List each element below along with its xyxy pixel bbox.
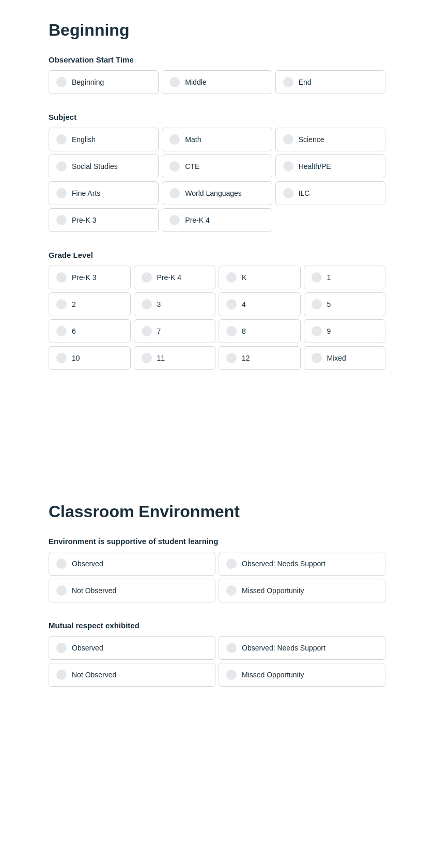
grade-k[interactable]: K [219, 266, 301, 289]
obs-start-beginning[interactable]: Beginning [49, 70, 159, 94]
radio-circle [226, 326, 237, 336]
radio-circle [312, 272, 322, 283]
radio-circle [226, 272, 237, 283]
radio-circle [226, 643, 237, 653]
mutual-not-observed[interactable]: Not Observed [49, 663, 215, 687]
radio-circle [56, 272, 67, 283]
grade-5[interactable]: 5 [304, 292, 386, 316]
option-label: 1 [327, 273, 331, 282]
obs-start-middle[interactable]: Middle [162, 70, 272, 94]
env-observed-needs-support[interactable]: Observed: Needs Support [219, 552, 385, 576]
beginning-section: Beginning Observation Start Time Beginni… [49, 21, 385, 370]
grade-mixed[interactable]: Mixed [304, 346, 386, 370]
env-missed-opportunity[interactable]: Missed Opportunity [219, 579, 385, 602]
option-label: Not Observed [72, 671, 116, 679]
mutual-respect-group: Mutual respect exhibited Observed Observ… [49, 621, 385, 687]
obs-start-end[interactable]: End [275, 70, 385, 94]
beginning-title: Beginning [49, 21, 385, 40]
option-label: Math [185, 135, 201, 144]
option-label: Missed Opportunity [242, 586, 304, 595]
grade-9[interactable]: 9 [304, 319, 386, 343]
grade-10[interactable]: 10 [49, 346, 131, 370]
option-label: 9 [327, 327, 331, 335]
option-label: 11 [157, 354, 165, 362]
option-label: Beginning [72, 78, 104, 86]
option-label: Not Observed [72, 586, 116, 595]
subject-math[interactable]: Math [162, 128, 272, 151]
grade-2[interactable]: 2 [49, 292, 131, 316]
environment-supportive-options: Observed Observed: Needs Support Not Obs… [49, 552, 385, 602]
radio-circle [56, 188, 67, 198]
option-label: End [299, 78, 312, 86]
radio-circle [142, 326, 152, 336]
option-label: World Languages [185, 189, 241, 197]
grade-prek4[interactable]: Pre-K 4 [134, 266, 216, 289]
option-label: K [242, 273, 246, 282]
option-label: Fine Arts [72, 189, 100, 197]
radio-circle [56, 559, 67, 569]
subject-fine-arts[interactable]: Fine Arts [49, 181, 159, 205]
grade-1[interactable]: 1 [304, 266, 386, 289]
radio-circle [56, 670, 67, 680]
mutual-missed-opportunity[interactable]: Missed Opportunity [219, 663, 385, 687]
radio-circle [312, 326, 322, 336]
grade-3[interactable]: 3 [134, 292, 216, 316]
radio-circle [226, 585, 237, 596]
option-label: Observed: Needs Support [242, 560, 326, 568]
option-label: Health/PE [299, 162, 331, 171]
subject-prek3[interactable]: Pre-K 3 [49, 208, 159, 232]
radio-circle [56, 77, 67, 87]
radio-circle [56, 585, 67, 596]
env-observed[interactable]: Observed [49, 552, 215, 576]
radio-circle [142, 299, 152, 309]
page-container: Beginning Observation Start Time Beginni… [0, 0, 434, 726]
grade-prek3[interactable]: Pre-K 3 [49, 266, 131, 289]
mutual-respect-options: Observed Observed: Needs Support Not Obs… [49, 636, 385, 687]
radio-circle [56, 161, 67, 172]
env-not-observed[interactable]: Not Observed [49, 579, 215, 602]
subject-world-languages[interactable]: World Languages [162, 181, 272, 205]
radio-circle [283, 77, 293, 87]
option-label: 2 [72, 300, 76, 308]
option-label: 10 [72, 354, 80, 362]
radio-circle [169, 161, 180, 172]
grade-4[interactable]: 4 [219, 292, 301, 316]
grade-11[interactable]: 11 [134, 346, 216, 370]
subject-group: Subject English Math Science Social Stud… [49, 113, 385, 232]
option-label: Middle [185, 78, 206, 86]
classroom-environment-title: Classroom Environment [49, 502, 385, 521]
option-label: 4 [242, 300, 246, 308]
option-label: Observed [72, 644, 103, 652]
radio-circle [56, 643, 67, 653]
subject-health-pe[interactable]: Health/PE [275, 154, 385, 178]
classroom-environment-section: Classroom Environment Environment is sup… [49, 502, 385, 687]
environment-supportive-label: Environment is supportive of student lea… [49, 537, 385, 546]
environment-supportive-group: Environment is supportive of student lea… [49, 537, 385, 602]
option-label: Pre-K 3 [72, 273, 96, 282]
mutual-observed[interactable]: Observed [49, 636, 215, 660]
option-label: Missed Opportunity [242, 671, 304, 679]
grade-12[interactable]: 12 [219, 346, 301, 370]
radio-circle [283, 134, 293, 145]
option-label: ILC [299, 189, 310, 197]
radio-circle [312, 353, 322, 363]
subject-english[interactable]: English [49, 128, 159, 151]
radio-circle [312, 299, 322, 309]
grade-8[interactable]: 8 [219, 319, 301, 343]
mutual-respect-label: Mutual respect exhibited [49, 621, 385, 630]
radio-circle [226, 559, 237, 569]
mutual-observed-needs-support[interactable]: Observed: Needs Support [219, 636, 385, 660]
subject-ilc[interactable]: ILC [275, 181, 385, 205]
grade-7[interactable]: 7 [134, 319, 216, 343]
grade-6[interactable]: 6 [49, 319, 131, 343]
grade-level-options: Pre-K 3 Pre-K 4 K 1 2 [49, 266, 385, 370]
subject-options: English Math Science Social Studies CTE [49, 128, 385, 232]
option-label: Mixed [327, 354, 346, 362]
radio-circle [226, 299, 237, 309]
radio-circle [283, 188, 293, 198]
subject-cte[interactable]: CTE [162, 154, 272, 178]
subject-science[interactable]: Science [275, 128, 385, 151]
option-label: English [72, 135, 96, 144]
subject-social-studies[interactable]: Social Studies [49, 154, 159, 178]
subject-prek4[interactable]: Pre-K 4 [162, 208, 272, 232]
